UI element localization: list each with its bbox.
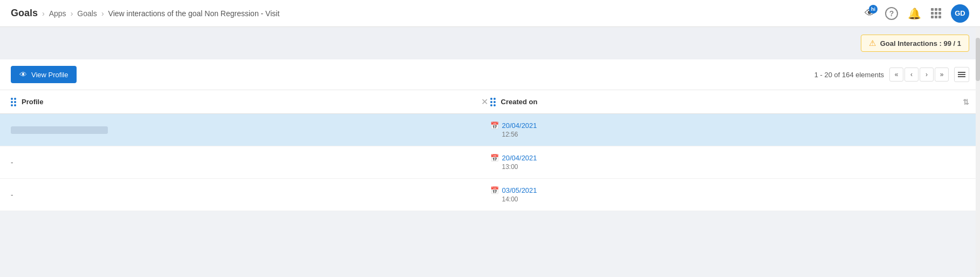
eye-icon: 👁: [19, 70, 27, 79]
date-row-3: 📅 03/05/2021: [490, 186, 537, 194]
table-header-row: Profile ✕ Created on ⇅: [0, 90, 980, 114]
breadcrumb-sep-3: ›: [101, 9, 104, 18]
toolbar: 👁 View Profile 1 - 20 of 164 elements « …: [0, 59, 980, 90]
table-row: 📅 20/04/2021 12:56: [0, 114, 980, 146]
goal-interactions-text: Goal Interactions : 99 / 1: [880, 39, 961, 48]
apps-grid-button[interactable]: [931, 8, 941, 18]
prev-page-button[interactable]: ‹: [904, 67, 919, 82]
profile-blurred-value: [11, 126, 108, 134]
sub-header: ⚠ Goal Interactions : 99 / 1: [0, 27, 980, 59]
first-page-button[interactable]: «: [889, 67, 903, 82]
date-cell-2: 📅 20/04/2021 13:00: [490, 154, 970, 171]
breadcrumb-current: View interactions of the goal Non Regres…: [108, 9, 280, 18]
help-button[interactable]: ?: [885, 7, 898, 20]
last-page-button[interactable]: »: [935, 67, 949, 82]
breadcrumb-apps[interactable]: Apps: [49, 9, 66, 18]
close-profile-col-button[interactable]: ✕: [479, 97, 490, 107]
breadcrumb-sep-2: ›: [71, 9, 73, 18]
profile-cell-3: -: [11, 191, 490, 199]
next-page-button[interactable]: ›: [920, 67, 934, 82]
profile-col-label: Profile: [22, 98, 43, 106]
date-cell-3: 📅 03/05/2021 14:00: [490, 186, 970, 203]
date-value-3: 03/05/2021: [502, 186, 537, 194]
created-on-col-label: Created on: [501, 98, 538, 106]
page-title: Goals: [11, 8, 38, 19]
calendar-icon-2: 📅: [490, 154, 499, 162]
pagination-controls: « ‹ › »: [889, 67, 949, 82]
date-value-2: 20/04/2021: [502, 154, 537, 162]
date-cell-1: 📅 20/04/2021 12:56: [490, 121, 970, 138]
list-view-toggle-button[interactable]: [954, 67, 969, 82]
view-profile-button[interactable]: 👁 View Profile: [11, 66, 77, 83]
warning-icon: ⚠: [869, 38, 876, 48]
breadcrumb-goals[interactable]: Goals: [77, 9, 97, 18]
list-icon: [958, 72, 965, 77]
camera-badge: hi: [869, 5, 878, 13]
pagination-area: 1 - 20 of 164 elements « ‹ › »: [814, 67, 969, 82]
goal-interactions-badge: ⚠ Goal Interactions : 99 / 1: [861, 35, 969, 52]
calendar-icon-1: 📅: [490, 121, 499, 130]
table-row: - 📅 03/05/2021 14:00: [0, 179, 980, 211]
time-value-2: 13:00: [502, 163, 518, 171]
column-header-created-on: Created on ⇅: [490, 98, 970, 106]
sort-icon: ⇅: [963, 98, 969, 106]
grid-icon: [931, 8, 941, 18]
breadcrumb-sep-1: ›: [42, 9, 45, 18]
scrollbar-thumb[interactable]: [976, 38, 980, 81]
notifications-button[interactable]: 🔔: [908, 7, 921, 20]
data-table: Profile ✕ Created on ⇅ 📅 20/04/2021: [0, 90, 980, 211]
breadcrumb-area: Goals › Apps › Goals › View interactions…: [11, 8, 865, 19]
column-header-profile: Profile ✕: [11, 97, 490, 107]
user-avatar[interactable]: GD: [951, 4, 969, 23]
profile-dash-value-3: -: [11, 191, 13, 199]
header-actions: 👁 hi ? 🔔 GD: [865, 4, 969, 23]
top-navigation-bar: Goals › Apps › Goals › View interactions…: [0, 0, 980, 27]
camera-icon-button[interactable]: 👁 hi: [865, 7, 875, 19]
date-row-1: 📅 20/04/2021: [490, 121, 537, 130]
profile-cell-1: [11, 126, 490, 134]
created-on-col-grip-icon: [490, 98, 496, 106]
bell-icon: 🔔: [908, 7, 921, 20]
table-row: - 📅 20/04/2021 13:00: [0, 146, 980, 179]
date-row-2: 📅 20/04/2021: [490, 154, 537, 162]
pagination-info: 1 - 20 of 164 elements: [814, 71, 884, 79]
time-value-3: 14:00: [502, 195, 518, 203]
profile-cell-2: -: [11, 158, 490, 166]
time-value-1: 12:56: [502, 131, 518, 138]
profile-dash-value-2: -: [11, 158, 13, 166]
scrollbar-track[interactable]: [976, 27, 980, 211]
profile-col-grip-icon: [11, 98, 16, 106]
help-icon: ?: [885, 7, 898, 20]
date-value-1: 20/04/2021: [502, 121, 537, 130]
calendar-icon-3: 📅: [490, 186, 499, 194]
